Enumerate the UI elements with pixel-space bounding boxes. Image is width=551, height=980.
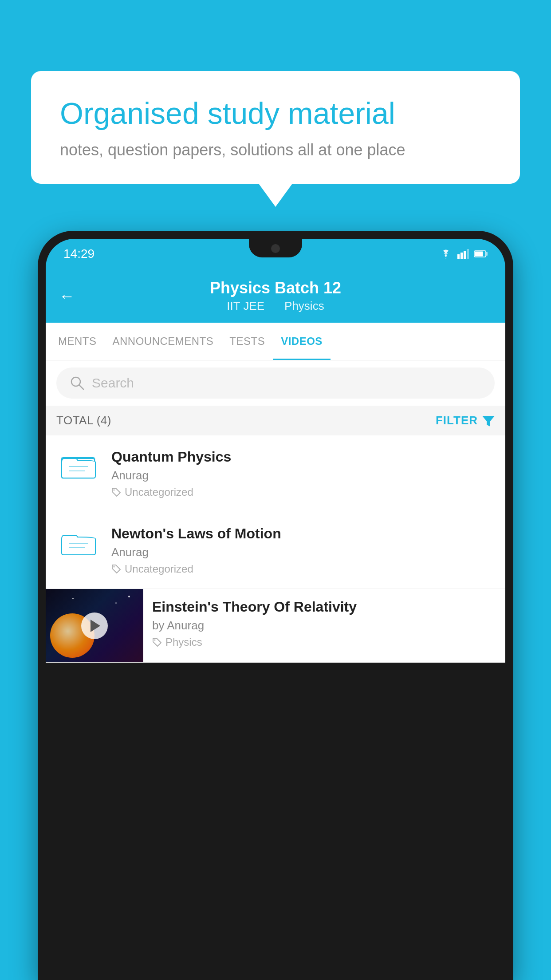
list-item[interactable]: Einstein's Theory Of Relativity by Anura…	[46, 589, 505, 663]
content-area: Quantum Physics Anurag Uncategorized	[46, 435, 505, 663]
tag-label: Uncategorized	[125, 486, 193, 498]
play-button[interactable]	[81, 612, 108, 639]
svg-rect-5	[475, 252, 483, 257]
video-author: by Anurag	[152, 619, 496, 632]
speech-bubble-section: Organised study material notes, question…	[31, 71, 520, 184]
batch-title: Physics Batch 12	[210, 279, 341, 297]
svg-point-16	[114, 490, 115, 491]
subtitle-part2: Physics	[284, 299, 324, 312]
svg-rect-2	[464, 251, 466, 259]
tabs-bar: MENTS ANNOUNCEMENTS TESTS VIDEOS	[46, 323, 505, 360]
search-container: Search	[46, 360, 505, 406]
camera-notch	[271, 244, 280, 253]
filter-button[interactable]: FILTER	[436, 414, 495, 427]
svg-rect-6	[486, 252, 488, 256]
video-title: Einstein's Theory Of Relativity	[152, 599, 496, 615]
folder-icon	[61, 526, 96, 557]
svg-marker-9	[482, 416, 495, 427]
phone-screen: 14:29	[46, 239, 505, 972]
bubble-subtitle: notes, question papers, solutions all at…	[60, 141, 491, 159]
list-item[interactable]: Newton's Laws of Motion Anurag Uncategor…	[46, 512, 505, 589]
phone-frame: 14:29	[38, 231, 513, 980]
folder-icon	[61, 449, 96, 480]
video-tag: Uncategorized	[111, 486, 495, 498]
tag-label: Physics	[165, 636, 202, 648]
total-count: TOTAL (4)	[56, 414, 111, 427]
svg-point-19	[114, 566, 115, 568]
status-time: 14:29	[63, 247, 94, 261]
svg-rect-1	[460, 253, 463, 259]
notch	[249, 239, 302, 257]
app-header: ← Physics Batch 12 IIT JEE Physics	[46, 269, 505, 323]
tag-icon	[152, 637, 162, 647]
list-item[interactable]: Quantum Physics Anurag Uncategorized	[46, 435, 505, 512]
signal-icon	[457, 249, 469, 259]
tag-label: Uncategorized	[125, 563, 193, 575]
search-icon	[70, 375, 85, 391]
battery-icon	[474, 250, 488, 258]
video-thumbnail	[46, 589, 143, 662]
video-tag: Physics	[152, 636, 496, 648]
header-title-block: Physics Batch 12 IIT JEE Physics	[210, 279, 341, 313]
svg-point-20	[154, 640, 156, 641]
bubble-title: Organised study material	[60, 95, 491, 132]
video-info-1: Quantum Physics Anurag Uncategorized	[111, 449, 495, 498]
filter-icon	[482, 415, 495, 427]
video-info-3: Einstein's Theory Of Relativity by Anura…	[143, 589, 505, 658]
video-author: Anurag	[111, 469, 495, 482]
svg-rect-3	[467, 249, 469, 259]
video-title: Newton's Laws of Motion	[111, 526, 495, 542]
search-bar[interactable]: Search	[56, 368, 495, 399]
tag-icon	[111, 487, 121, 497]
video-title: Quantum Physics	[111, 449, 495, 465]
svg-rect-0	[457, 254, 460, 259]
subtitle-part1: IIT JEE	[227, 299, 264, 312]
tag-icon	[111, 564, 121, 574]
speech-bubble: Organised study material notes, question…	[31, 71, 520, 184]
svg-line-8	[79, 385, 83, 389]
wifi-icon	[440, 249, 452, 259]
status-icons	[440, 249, 488, 259]
filter-row: TOTAL (4) FILTER	[46, 406, 505, 435]
video-author: Anurag	[111, 545, 495, 559]
video-tag: Uncategorized	[111, 563, 495, 575]
video-info-2: Newton's Laws of Motion Anurag Uncategor…	[111, 526, 495, 575]
video-thumb-1	[56, 449, 101, 480]
back-button[interactable]: ←	[59, 287, 75, 305]
tab-announcements[interactable]: ANNOUNCEMENTS	[105, 323, 222, 360]
tab-ments[interactable]: MENTS	[50, 323, 105, 360]
filter-label: FILTER	[436, 414, 478, 427]
search-placeholder: Search	[92, 375, 134, 391]
tab-videos[interactable]: VIDEOS	[273, 323, 331, 360]
video-thumb-2	[56, 526, 101, 557]
batch-subtitle: IIT JEE Physics	[210, 299, 341, 313]
status-bar: 14:29	[46, 239, 505, 269]
tab-tests[interactable]: TESTS	[221, 323, 273, 360]
play-triangle	[91, 620, 100, 632]
